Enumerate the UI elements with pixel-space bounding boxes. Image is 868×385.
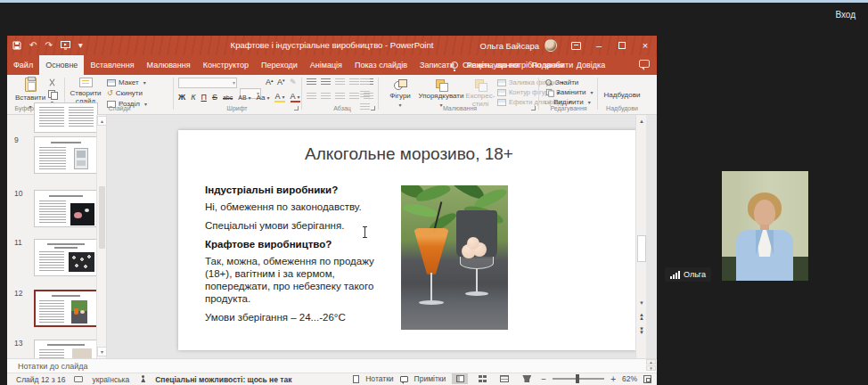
font-color-button[interactable]: А bbox=[291, 92, 300, 102]
font-dialog-launcher[interactable] bbox=[294, 106, 299, 111]
quick-styles-button[interactable]: Експрес-стилі bbox=[465, 79, 495, 108]
slide-body-text[interactable]: Індустріальні виробники? Ні, обмеження п… bbox=[205, 184, 385, 330]
tab-draw[interactable]: Малювання bbox=[141, 55, 197, 75]
tab-animations[interactable]: Анімація bbox=[304, 55, 348, 75]
close-button[interactable]: × bbox=[634, 36, 657, 55]
paragraph-dialog-launcher[interactable] bbox=[371, 106, 375, 111]
ribbon-display-options-icon[interactable] bbox=[564, 36, 587, 55]
zoom-slider[interactable] bbox=[553, 378, 604, 380]
reading-view-button[interactable] bbox=[496, 373, 512, 384]
quick-styles-icon bbox=[475, 79, 487, 90]
thumbnail-scroll-up-icon[interactable]: ▴ bbox=[97, 116, 107, 126]
thumbnail-slide-8[interactable] bbox=[34, 102, 98, 133]
powerpoint-window: ↶ ↷ ▾ Крафтове і індустріальне виробницт… bbox=[7, 36, 657, 385]
aperol-glass bbox=[414, 228, 449, 274]
character-spacing-button[interactable]: АВ bbox=[238, 94, 250, 101]
tab-design[interactable]: Конструктор bbox=[197, 55, 255, 75]
previous-slide-button[interactable]: ▲▲ bbox=[636, 313, 647, 320]
strikethrough-button[interactable]: S bbox=[212, 93, 217, 102]
clear-format-button[interactable]: ✎ bbox=[290, 78, 297, 86]
text-direction-icon[interactable] bbox=[360, 78, 370, 86]
accessibility-status[interactable]: Спеціальні можливості: щось не так bbox=[155, 375, 291, 384]
layout-button[interactable]: Макет bbox=[107, 78, 146, 86]
notes-pane[interactable]: Нотатки до слайда bbox=[7, 358, 657, 373]
thumbnail-slide-12-selected[interactable] bbox=[34, 290, 98, 327]
zoom-out-button[interactable]: − bbox=[541, 374, 546, 384]
highlight-color-button[interactable]: А bbox=[274, 92, 284, 102]
account-name[interactable]: Ольга Байсара bbox=[480, 41, 539, 51]
slide-canvas[interactable]: Алкогольне морозиво, 18+ Індустріальні в… bbox=[178, 130, 640, 350]
tab-transitions[interactable]: Переходи bbox=[255, 55, 304, 75]
slides-group-label: Слайди bbox=[93, 105, 146, 111]
comments-toggle[interactable]: Примітки bbox=[414, 374, 446, 383]
decrease-indent-icon[interactable] bbox=[335, 78, 345, 86]
minimize-button[interactable]: – bbox=[587, 36, 610, 55]
tab-slideshow[interactable]: Показ слайдів bbox=[348, 55, 414, 75]
align-left-icon[interactable] bbox=[307, 93, 316, 101]
language-button[interactable]: українська bbox=[92, 375, 129, 384]
scroll-up-icon[interactable]: ▲ bbox=[636, 117, 647, 127]
notes-scroll-arrows[interactable]: ▴▾ bbox=[646, 359, 656, 372]
slide-scrollbar[interactable]: ▲ ▼ ▲▲ ▼▼ bbox=[635, 115, 646, 358]
bold-button[interactable]: Ж bbox=[178, 93, 185, 102]
align-center-icon[interactable] bbox=[321, 93, 331, 101]
numbering-icon[interactable] bbox=[321, 78, 331, 86]
scroll-thumb[interactable] bbox=[637, 235, 646, 262]
slide-sorter-view-button[interactable] bbox=[474, 373, 490, 384]
thumbnail-slide-13[interactable] bbox=[34, 340, 98, 358]
zoom-in-button[interactable]: + bbox=[610, 374, 616, 384]
underline-button[interactable]: П bbox=[201, 93, 206, 102]
zoom-slider-thumb[interactable] bbox=[576, 374, 579, 383]
align-right-icon[interactable] bbox=[335, 93, 345, 101]
reset-button[interactable]: ↺Скинути bbox=[107, 89, 143, 97]
increase-indent-icon[interactable] bbox=[349, 78, 359, 86]
justify-icon[interactable] bbox=[349, 93, 359, 101]
zoom-level[interactable]: 62% bbox=[622, 374, 637, 383]
fit-slide-to-window-icon[interactable] bbox=[643, 375, 651, 383]
notes-toggle[interactable]: Нотатки bbox=[365, 374, 393, 383]
normal-view-button[interactable] bbox=[452, 373, 468, 384]
shape-outline-icon bbox=[497, 89, 506, 96]
thumbnail-slide-11[interactable] bbox=[34, 239, 98, 276]
grow-font-button[interactable]: А▴ bbox=[266, 78, 274, 86]
thumbnail-slide-10[interactable] bbox=[34, 190, 98, 227]
cut-icon[interactable] bbox=[48, 78, 56, 86]
bullets-icon[interactable] bbox=[307, 78, 316, 86]
restore-button[interactable] bbox=[610, 36, 634, 55]
text-shadow-button[interactable]: abc bbox=[223, 94, 233, 101]
find-button[interactable]: Знайти bbox=[545, 78, 578, 86]
participant-video bbox=[722, 171, 808, 281]
slideshow-view-button[interactable] bbox=[519, 373, 535, 384]
change-case-button[interactable]: Аа bbox=[257, 94, 270, 102]
drawing-dialog-launcher[interactable] bbox=[531, 106, 536, 111]
signin-button[interactable]: Вход bbox=[831, 8, 859, 21]
keyboard-icon bbox=[74, 376, 83, 382]
thumbnail-scrollbar[interactable]: ▴ ▾ bbox=[96, 115, 106, 358]
copy-icon[interactable] bbox=[48, 90, 56, 98]
arrange-button[interactable]: Упорядкувати ▾ bbox=[419, 79, 463, 108]
tell-me-box[interactable]: Скажіть, що потрібно зробити bbox=[451, 55, 573, 75]
thumbnail-number: 12 bbox=[14, 289, 27, 298]
slide-paragraph: Так, можна, обмеження по продажу (18+), … bbox=[205, 255, 385, 305]
thumbnail-scroll-down-icon[interactable]: ▾ bbox=[97, 347, 107, 356]
thumbnail-number: 13 bbox=[14, 339, 27, 348]
comments-icon[interactable] bbox=[639, 60, 650, 68]
tab-insert[interactable]: Вставлення bbox=[84, 55, 140, 75]
avatar[interactable] bbox=[545, 39, 557, 52]
italic-button[interactable]: К bbox=[191, 93, 195, 102]
scroll-down-icon[interactable]: ▼ bbox=[636, 299, 647, 308]
replace-button[interactable]: Замінити bbox=[545, 88, 594, 96]
cocktail-photo[interactable] bbox=[401, 185, 508, 330]
addins-button[interactable]: Надбудови bbox=[599, 91, 645, 99]
font-name-combo[interactable] bbox=[178, 78, 237, 88]
slide-title[interactable]: Алкогольне морозиво, 18+ bbox=[178, 144, 640, 164]
thumbnail-slide-9[interactable] bbox=[34, 136, 98, 174]
shapes-button[interactable]: Фігури ▾ bbox=[385, 79, 415, 108]
align-text-icon[interactable] bbox=[360, 91, 370, 99]
tab-help[interactable]: Довідка bbox=[570, 55, 611, 75]
shrink-font-button[interactable]: А▾ bbox=[277, 78, 285, 86]
tab-file[interactable]: Файл bbox=[7, 55, 39, 75]
next-slide-button[interactable]: ▼▼ bbox=[636, 327, 647, 334]
tab-home[interactable]: Основне bbox=[39, 55, 84, 75]
thumbnail-scroll-thumb[interactable] bbox=[99, 186, 105, 249]
